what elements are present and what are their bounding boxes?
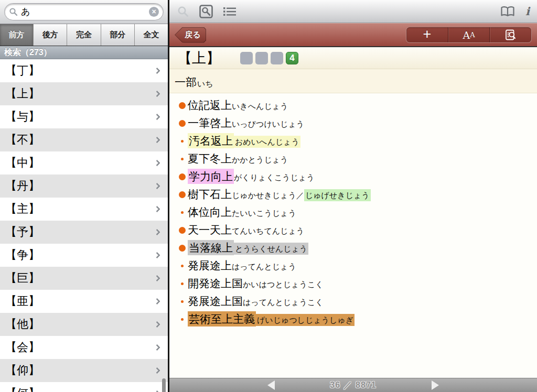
scrollbar-thumb[interactable] bbox=[162, 378, 166, 392]
chevron-right-icon bbox=[154, 275, 160, 282]
dictionary-entry[interactable]: 当落線上とうらくせんじょう bbox=[169, 239, 537, 257]
tab-部分[interactable]: 部分 bbox=[101, 24, 134, 46]
list-item[interactable]: 【中】 bbox=[0, 151, 168, 175]
dictionary-entry[interactable]: 発展途上はってんとじょう bbox=[169, 257, 537, 275]
bullet-icon bbox=[181, 140, 184, 143]
entry-bullet-box bbox=[178, 227, 186, 234]
search-input[interactable]: あ × bbox=[4, 3, 164, 20]
font-size-large-glyph: A bbox=[463, 29, 470, 41]
list-item[interactable]: 【与】 bbox=[0, 105, 168, 128]
entry-kanji: 開発途上国 bbox=[188, 277, 243, 290]
dictionary-entry[interactable]: 樹下石上じゅかせきじょう／じゅげせきじょう bbox=[169, 186, 537, 203]
page-current: 36 bbox=[330, 380, 340, 389]
bullet-icon bbox=[181, 300, 184, 303]
entry-kanji: 樹下石上 bbox=[188, 188, 232, 201]
list-item[interactable]: 【仰】 bbox=[0, 359, 168, 382]
list-item[interactable]: 【不】 bbox=[0, 128, 168, 151]
entry-text: 芸術至上主義げいじゅつしじょうしゅぎ bbox=[188, 312, 355, 326]
page-block[interactable] bbox=[271, 52, 283, 64]
section-kana: いち bbox=[197, 80, 213, 89]
search-icon bbox=[9, 7, 18, 16]
dictionary-entry[interactable]: 一筆啓上いっぴつけいじょう bbox=[169, 114, 537, 132]
bullet-icon bbox=[179, 102, 186, 109]
tab-前方[interactable]: 前方 bbox=[0, 24, 33, 46]
entry-kanji: 発展途上 bbox=[188, 259, 232, 272]
dictionary-entry[interactable]: 位記返上いきへんじょう bbox=[169, 96, 537, 114]
dictionary-entry[interactable]: 汚名返上おめいへんじょう bbox=[169, 132, 537, 150]
page-block[interactable] bbox=[240, 52, 253, 64]
back-button[interactable]: 戻る bbox=[175, 27, 206, 43]
clear-search-icon[interactable]: × bbox=[149, 7, 159, 17]
bullet-icon bbox=[179, 227, 186, 234]
list-item[interactable]: 【予】 bbox=[0, 221, 168, 244]
dictionary-entry[interactable]: 学力向上がくりょくこうじょう bbox=[169, 168, 537, 186]
entry-text: 天一天上てんいちてんじょう bbox=[188, 223, 304, 237]
list-item-label: 【巨】 bbox=[5, 270, 40, 286]
preview-search-button[interactable] bbox=[489, 27, 531, 42]
search-window-icon[interactable] bbox=[199, 4, 213, 19]
list-item[interactable]: 【巨】 bbox=[0, 267, 168, 290]
list-item[interactable]: 【丹】 bbox=[0, 175, 168, 198]
index-list-icon[interactable] bbox=[223, 6, 237, 17]
page-position-text: 36／8871 bbox=[328, 380, 378, 391]
dictionary-entry[interactable]: 発展途上国はってんとじょうこく bbox=[169, 292, 537, 310]
page-block-active[interactable]: 4 bbox=[286, 52, 298, 64]
bullet-icon bbox=[181, 211, 184, 214]
chevron-right-icon bbox=[154, 321, 160, 328]
entry-kanji: 体位向上 bbox=[188, 206, 232, 219]
add-button[interactable]: + bbox=[406, 27, 448, 42]
search-panel: あ × 前方後方完全部分全文 検索（273） 【丁】【上】【与】【不】【中】【丹… bbox=[0, 0, 169, 392]
list-item[interactable]: 【主】 bbox=[0, 198, 168, 221]
bullet-icon bbox=[181, 158, 184, 160]
entry-bullet-box bbox=[178, 245, 186, 252]
list-item[interactable]: 【他】 bbox=[0, 313, 168, 336]
list-item[interactable]: 【会】 bbox=[0, 336, 168, 359]
chevron-right-icon bbox=[154, 206, 160, 213]
entry-kanji: 天一天上 bbox=[188, 224, 232, 236]
next-page-icon[interactable] bbox=[432, 380, 439, 390]
entry-reading: がくりょくこうじょう bbox=[234, 173, 315, 182]
font-size-button[interactable]: AA bbox=[448, 27, 490, 42]
entry-kanji: 汚名返上 bbox=[188, 133, 234, 148]
list-item[interactable]: 【亜】 bbox=[0, 290, 168, 313]
entry-text: 樹下石上じゅかせきじょう／じゅげせきじょう bbox=[188, 187, 371, 202]
entry-reading: はってんとじょう bbox=[232, 262, 296, 271]
list-item-label: 【主】 bbox=[5, 201, 40, 217]
tab-後方[interactable]: 後方 bbox=[33, 24, 67, 46]
list-item[interactable]: 【争】 bbox=[0, 244, 168, 267]
dictionary-entry[interactable]: 天一天上てんいちてんじょう bbox=[169, 221, 537, 239]
entry-reading: かいはつとじょうこく bbox=[243, 280, 324, 289]
info-icon[interactable]: i bbox=[525, 5, 530, 18]
dictionary-entry[interactable]: 体位向上たいいこうじょう bbox=[169, 203, 537, 221]
entry-kanji: 発展途上国 bbox=[188, 295, 243, 308]
list-item-label: 【予】 bbox=[5, 224, 40, 240]
chevron-right-icon bbox=[154, 390, 160, 392]
entry-text: 汚名返上おめいへんじょう bbox=[188, 134, 300, 148]
list-item[interactable]: 【何】 bbox=[0, 382, 168, 392]
search-disabled-icon[interactable] bbox=[177, 5, 189, 18]
page-separator: ／ bbox=[343, 380, 352, 389]
entry-bullet-box bbox=[178, 102, 186, 109]
search-toolbar: あ × bbox=[0, 0, 168, 24]
book-icon[interactable] bbox=[500, 6, 515, 17]
chevron-right-icon bbox=[154, 68, 160, 74]
entry-bullet-box bbox=[178, 120, 186, 127]
dictionary-entry[interactable]: 夏下冬上かかとうじょう bbox=[169, 150, 537, 168]
chevron-right-icon bbox=[154, 91, 160, 97]
tab-全文[interactable]: 全文 bbox=[134, 24, 168, 46]
list-item[interactable]: 【丁】 bbox=[0, 59, 168, 82]
entry-text: 当落線上とうらくせんじょう bbox=[188, 241, 308, 255]
entry-text: 夏下冬上かかとうじょう bbox=[188, 151, 288, 166]
search-query-text[interactable]: あ bbox=[21, 6, 149, 18]
dictionary-entry[interactable]: 芸術至上主義げいじゅつしじょうしゅぎ bbox=[169, 310, 537, 328]
entry-reading: いきへんじょう bbox=[232, 102, 288, 111]
dictionary-entry[interactable]: 開発途上国かいはつとじょうこく bbox=[169, 275, 537, 292]
chevron-right-icon bbox=[154, 114, 160, 121]
list-item[interactable]: 【上】 bbox=[0, 82, 168, 105]
entry-bullet-box bbox=[178, 265, 186, 267]
previous-page-icon[interactable] bbox=[267, 380, 275, 390]
tab-完全[interactable]: 完全 bbox=[67, 24, 100, 46]
page-block[interactable] bbox=[255, 52, 268, 64]
entry-text: 発展途上国はってんとじょうこく bbox=[188, 294, 324, 309]
list-item-label: 【何】 bbox=[5, 386, 40, 392]
